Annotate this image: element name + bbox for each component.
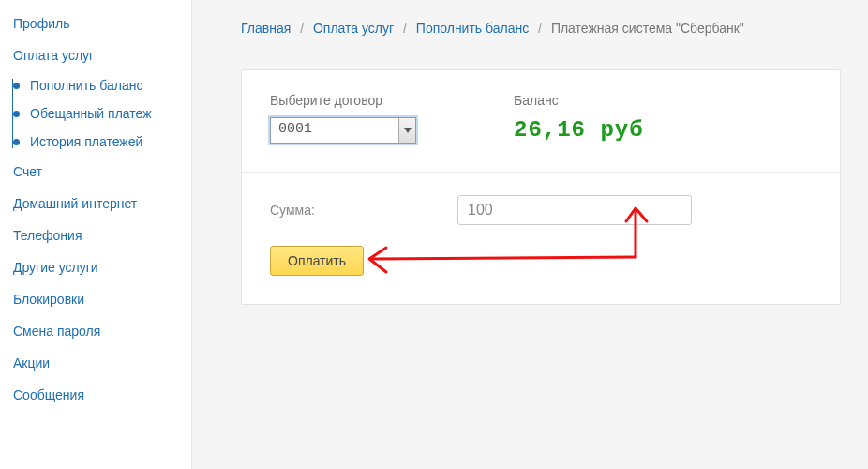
sidebar-item-payment-history[interactable]: История платежей xyxy=(13,128,191,156)
breadcrumb-current: Платежная система "Сбербанк" xyxy=(551,21,744,36)
sidebar-sublist-payment: Пополнить баланс Обещанный платеж Истори… xyxy=(9,71,191,156)
payment-panel: Выберите договор 0001 Баланс 26,16 руб С… xyxy=(241,69,841,305)
sidebar-item-telephony[interactable]: Телефония xyxy=(0,219,191,251)
contract-label: Выберите договор xyxy=(270,93,514,108)
pay-button[interactable]: Оплатить xyxy=(270,246,364,276)
dropdown-arrow-icon[interactable] xyxy=(398,118,415,143)
balance-label: Баланс xyxy=(514,93,812,108)
sidebar-item-blocking[interactable]: Блокировки xyxy=(0,283,191,315)
sidebar-item-change-password[interactable]: Смена пароля xyxy=(0,315,191,347)
contract-select-value: 0001 xyxy=(271,118,398,143)
breadcrumb-separator: / xyxy=(538,21,542,36)
sidebar-item-payment[interactable]: Оплата услуг xyxy=(0,39,191,71)
sidebar-item-topup[interactable]: Пополнить баланс xyxy=(13,71,191,99)
panel-top: Выберите договор 0001 Баланс 26,16 руб xyxy=(242,70,840,173)
sidebar-item-profile[interactable]: Профиль xyxy=(0,8,191,39)
balance-value: 26,16 руб xyxy=(514,117,812,143)
sidebar-item-account[interactable]: Счет xyxy=(0,156,191,188)
breadcrumb: Главная / Оплата услуг / Пополнить балан… xyxy=(241,21,868,36)
main-content: Главная / Оплата услуг / Пополнить балан… xyxy=(192,0,868,469)
sidebar: Профиль Оплата услуг Пополнить баланс Об… xyxy=(0,0,192,469)
sidebar-item-other-services[interactable]: Другие услуги xyxy=(0,251,191,283)
breadcrumb-home[interactable]: Главная xyxy=(241,21,291,36)
contract-select[interactable]: 0001 xyxy=(270,117,416,144)
sum-label: Сумма: xyxy=(270,203,457,218)
breadcrumb-separator: / xyxy=(300,21,304,36)
sidebar-item-promised-payment[interactable]: Обещанный платеж xyxy=(13,99,191,128)
sidebar-item-home-internet[interactable]: Домашний интернет xyxy=(0,188,191,219)
breadcrumb-topup[interactable]: Пополнить баланс xyxy=(416,21,529,36)
sum-input[interactable] xyxy=(457,195,692,225)
breadcrumb-payment[interactable]: Оплата услуг xyxy=(313,21,394,36)
sidebar-item-messages[interactable]: Сообщения xyxy=(0,379,191,411)
sidebar-item-promotions[interactable]: Акции xyxy=(0,347,191,379)
breadcrumb-separator: / xyxy=(403,21,407,36)
panel-bottom: Сумма: Оплатить xyxy=(242,173,840,304)
